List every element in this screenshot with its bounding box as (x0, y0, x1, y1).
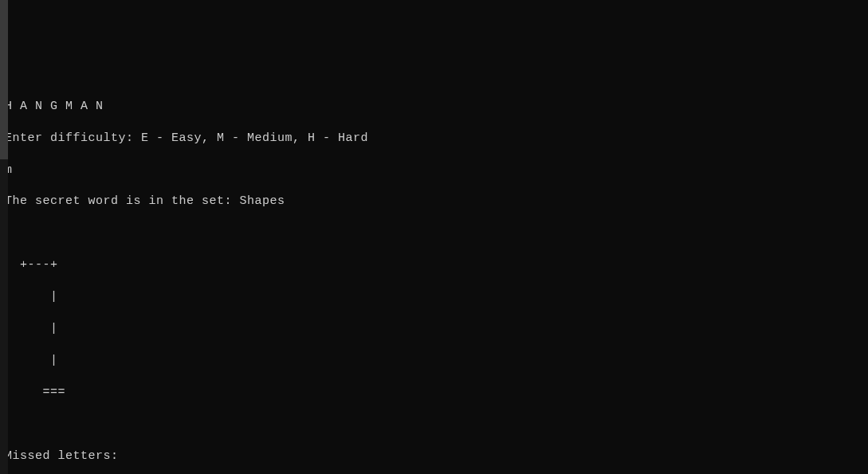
difficulty-input: m (5, 163, 863, 178)
blank-line (5, 417, 863, 433)
set-hint: The secret word is in the set: Shapes (5, 194, 863, 210)
blank-line (5, 225, 863, 241)
difficulty-prompt: Enter difficulty: E - Easy, M - Medium, … (5, 131, 863, 147)
missed-letters: Missed letters: (5, 449, 863, 464)
gallows-line: | (5, 289, 863, 305)
gallows-line: +---+ (5, 257, 863, 273)
gallows-line: | (5, 353, 863, 369)
scrollbar-track[interactable] (0, 0, 8, 474)
scrollbar-thumb[interactable] (0, 0, 8, 159)
gallows-line: === (5, 385, 863, 401)
game-title: H A N G M A N (5, 99, 863, 115)
gallows-line: | (5, 321, 863, 337)
